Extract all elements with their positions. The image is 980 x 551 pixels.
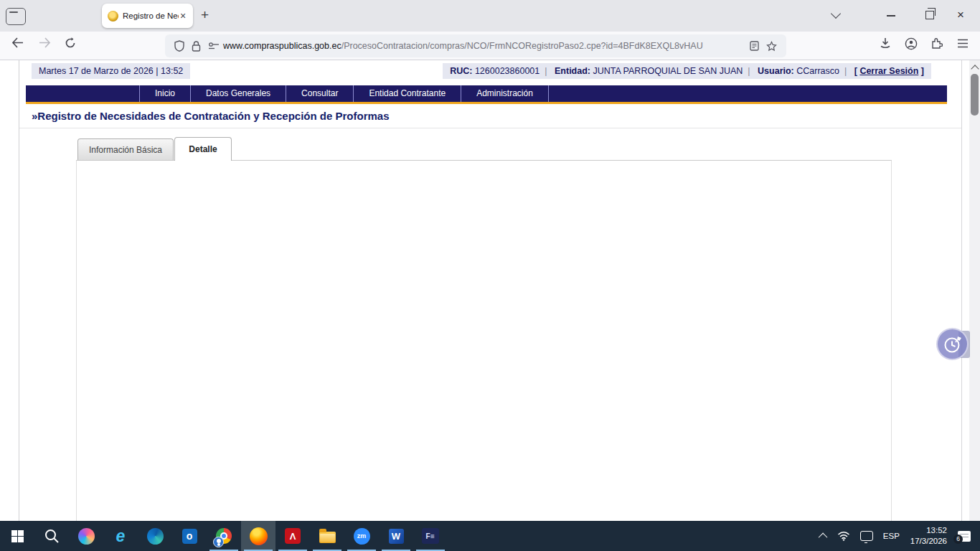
notification-center-icon[interactable]: 6 [958, 531, 971, 542]
usuario-value: CCarrasco [796, 66, 839, 76]
chrome-icon[interactable] [207, 521, 241, 551]
account-icon[interactable] [905, 37, 918, 50]
tab-detalle[interactable]: Detalle [174, 137, 232, 161]
zoom-icon[interactable]: zm [344, 521, 379, 551]
language-indicator[interactable]: ESP [883, 532, 900, 540]
nav-accent-bar [26, 102, 947, 104]
menu-hamburger-icon[interactable] [957, 39, 969, 48]
start-button[interactable] [0, 521, 34, 551]
session-chip: RUC: 1260023860001| Entidad: JUNTA PARRO… [443, 63, 931, 79]
bookmark-star-icon[interactable] [766, 41, 777, 52]
edge-icon[interactable] [138, 521, 172, 551]
back-button[interactable] [11, 37, 24, 48]
close-tab-icon[interactable]: × [180, 10, 186, 22]
firefox-view-icon[interactable] [6, 8, 26, 25]
downloads-icon[interactable] [880, 37, 891, 49]
tab-content-panel [76, 160, 892, 521]
nav-item-consultar[interactable]: Consultar [286, 85, 354, 102]
word-icon[interactable]: W [379, 521, 413, 551]
lock-icon[interactable] [192, 41, 201, 52]
entidad-value: JUNTA PARROQUIAL DE SAN JUAN [593, 66, 743, 76]
site-favicon-icon [108, 11, 118, 22]
page-right-border [961, 60, 962, 521]
tracking-shield-icon[interactable] [174, 40, 184, 52]
firefox-icon[interactable] [241, 521, 275, 551]
file-explorer-icon[interactable] [310, 521, 344, 551]
page-left-border [19, 60, 19, 521]
acrobat-icon[interactable]: Λ [275, 521, 310, 551]
reader-mode-icon[interactable] [750, 41, 759, 51]
window-restore-button[interactable] [925, 11, 934, 19]
page-scrollbar[interactable] [969, 60, 980, 521]
url-domain: www.compraspublicas.gob.ec [223, 41, 341, 51]
tray-date: 17/3/2026 [910, 536, 947, 547]
tray-time: 13:52 [910, 525, 947, 536]
title-divider [19, 128, 961, 128]
nav-item-administracion[interactable]: Administración [461, 85, 549, 102]
copilot-icon[interactable] [69, 521, 103, 551]
scrollbar-thumb[interactable] [971, 74, 979, 116]
nav-item-entidad-contratante[interactable]: Entidad Contratante [354, 85, 461, 102]
browser-tab[interactable]: Registro de Necesidades de Co × [102, 4, 193, 28]
tab-informacion-basica[interactable]: Información Básica [77, 138, 174, 160]
datetime-chip: Martes 17 de Marzo de 2026 | 13:52 [32, 63, 190, 79]
main-nav: Inicio Datos Generales Consultar Entidad… [26, 85, 947, 102]
timer-overlay-widget[interactable] [936, 328, 969, 360]
list-tabs-chevron-icon[interactable] [832, 10, 841, 19]
taskbar: e o Λ zm W F≡ ESP 13:52 17/3/2026 6 [0, 521, 980, 551]
ruc-value: 1260023860001 [475, 66, 540, 76]
ruc-label: RUC: [450, 66, 472, 76]
usuario-label: Usuario: [758, 66, 794, 76]
new-tab-button[interactable]: + [201, 7, 209, 23]
screen: Registro de Necesidades de Co × + × www.… [0, 0, 980, 551]
tab-title: Registro de Necesidades de Co [123, 11, 179, 20]
logout-link[interactable]: [ Cerrar Sesión ] [854, 66, 924, 76]
page-title: »Registro de Necesidades de Contratación… [32, 110, 390, 122]
forward-button[interactable] [39, 37, 51, 48]
nav-item-datos-generales[interactable]: Datos Generales [191, 85, 286, 102]
tray-chevron-icon[interactable] [821, 533, 827, 540]
nav-item-inicio[interactable]: Inicio [139, 85, 191, 102]
url-path: /ProcesoContratacion/compras/NCO/FrmNCOR… [341, 41, 703, 51]
feo-app-icon[interactable]: F≡ [413, 521, 448, 551]
internet-explorer-icon[interactable]: e [103, 521, 138, 551]
clock-icon [942, 334, 963, 355]
wifi-icon[interactable] [837, 531, 850, 541]
reload-button[interactable] [65, 37, 76, 49]
extensions-icon[interactable] [930, 37, 943, 50]
taskbar-search-icon[interactable] [34, 521, 69, 551]
window-close-button[interactable]: × [957, 8, 964, 22]
outlook-icon[interactable]: o [172, 521, 207, 551]
notification-badge: 6 [953, 534, 963, 544]
entidad-label: Entidad: [555, 66, 590, 76]
meet-now-icon[interactable] [860, 531, 873, 541]
browser-tab-strip: Registro de Necesidades de Co × + × [0, 0, 980, 32]
tray-clock[interactable]: 13:52 17/3/2026 [910, 525, 947, 547]
window-minimize-button[interactable] [887, 15, 895, 17]
system-tray: ESP 13:52 17/3/2026 6 [816, 525, 980, 547]
url-bar[interactable]: www.compraspublicas.gob.ec /ProcesoContr… [165, 34, 786, 57]
permissions-icon[interactable] [208, 42, 220, 50]
